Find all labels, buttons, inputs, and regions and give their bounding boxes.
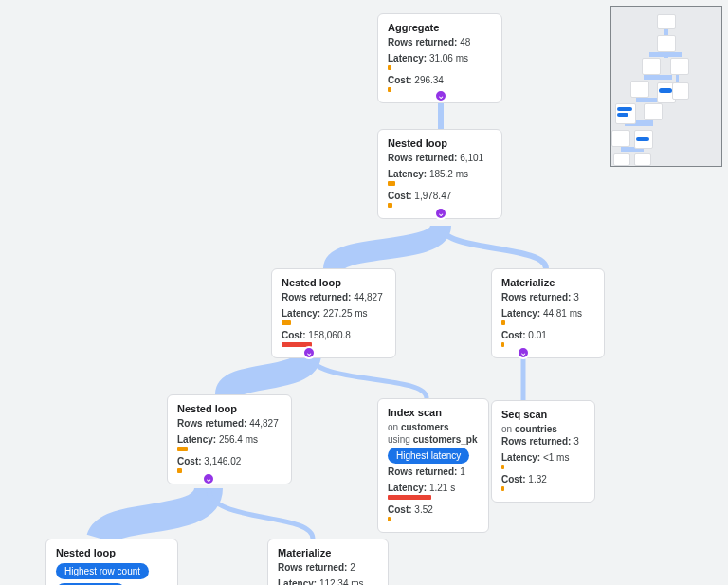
plan-node-materialize[interactable]: Materialize Rows returned: 3 Latency: 44… — [491, 268, 605, 358]
plan-node-materialize-bottom[interactable]: Materialize Rows returned: 2 Latency: 11… — [267, 539, 389, 585]
plan-node-nested-loop[interactable]: Nested loop Rows returned: 6,101 Latency… — [377, 129, 502, 219]
plan-node-nested-loop[interactable]: Nested loop Rows returned: 44,827 Latenc… — [271, 268, 396, 358]
plan-node-seq-scan[interactable]: Seq scan on countries Rows returned: 3 L… — [491, 400, 595, 503]
expand-toggle[interactable]: ⌄ — [302, 346, 316, 359]
badge-highest-row-count: Highest row count — [56, 563, 149, 579]
minimap[interactable] — [610, 6, 722, 167]
expand-toggle[interactable]: ⌄ — [434, 207, 447, 220]
plan-node-index-scan[interactable]: Index scan on customers using customers_… — [377, 398, 489, 533]
cost-bar — [388, 87, 391, 92]
expand-toggle[interactable]: ⌄ — [517, 346, 530, 359]
expand-toggle[interactable]: ⌄ — [434, 89, 447, 102]
badge-highest-latency: Highest latency — [388, 448, 469, 464]
plan-node-nested-loop-bottom[interactable]: Nested loop Highest row count Highest co… — [46, 539, 178, 585]
expand-toggle[interactable]: ⌄ — [202, 472, 215, 485]
node-title: Aggregate — [388, 21, 492, 34]
latency-bar — [388, 65, 391, 70]
plan-node-nested-loop[interactable]: Nested loop Rows returned: 44,827 Latenc… — [167, 394, 292, 484]
query-plan-canvas[interactable]: Aggregate Rows returned: 48 Latency: 31.… — [0, 0, 728, 585]
